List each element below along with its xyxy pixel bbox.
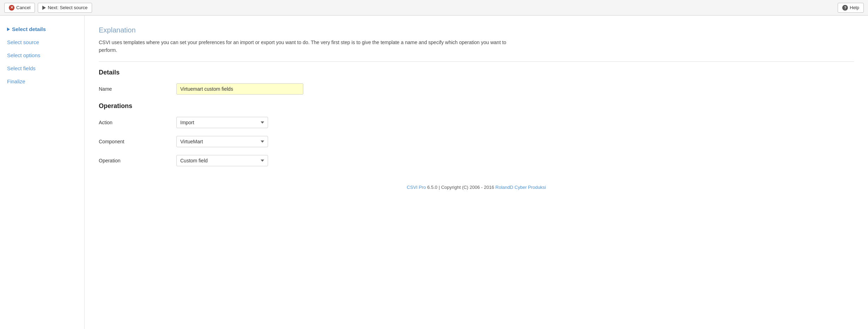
sidebar-item-finalize[interactable]: Finalize	[0, 75, 84, 88]
sidebar-item-select-source[interactable]: Select source	[0, 36, 84, 49]
next-label: Next: Select source	[48, 5, 87, 10]
action-label: Action	[99, 120, 176, 125]
component-select[interactable]: VirtueMart	[176, 136, 268, 147]
sidebar-item-label: Select source	[7, 39, 39, 45]
author-link[interactable]: RolandD Cyber Produksi	[496, 185, 546, 190]
name-label: Name	[99, 86, 176, 92]
explanation-title: Explanation	[99, 26, 854, 34]
operation-row: Operation Custom field	[99, 155, 854, 166]
divider	[99, 61, 854, 62]
footer-text: CSVI Pro 6.5.0 | Copyright (C) 2006 - 20…	[407, 185, 546, 190]
toolbar-right: ? Help	[838, 3, 864, 13]
action-row: Action Import Export	[99, 117, 854, 128]
details-title: Details	[99, 69, 854, 76]
next-button[interactable]: Next: Select source	[38, 3, 92, 13]
sidebar-item-label: Select options	[7, 52, 40, 58]
operation-label: Operation	[99, 158, 176, 163]
sidebar-item-select-options[interactable]: Select options	[0, 49, 84, 62]
play-icon	[42, 6, 46, 10]
component-row: Component VirtueMart	[99, 136, 854, 147]
explanation-text: CSVI uses templates where you can set yo…	[99, 38, 522, 54]
footer-version: 6.5.0 | Copyright (C) 2006 - 2016	[427, 185, 494, 190]
name-row: Name	[99, 83, 854, 95]
footer: CSVI Pro 6.5.0 | Copyright (C) 2006 - 20…	[99, 174, 854, 197]
name-input[interactable]	[176, 83, 303, 95]
brand-link[interactable]: CSVI Pro	[407, 185, 426, 190]
help-button[interactable]: ? Help	[838, 3, 864, 13]
help-label: Help	[850, 5, 859, 10]
cancel-icon: ✕	[9, 5, 14, 11]
operation-select[interactable]: Custom field	[176, 155, 268, 166]
toolbar: ✕ Cancel Next: Select source ? Help	[0, 0, 868, 16]
help-icon: ?	[842, 5, 848, 11]
operations-title: Operations	[99, 102, 854, 110]
sidebar-item-label: Select fields	[7, 65, 36, 71]
chevron-right-icon	[7, 28, 10, 31]
sidebar: Select details Select source Select opti…	[0, 16, 85, 329]
sidebar-item-label: Select details	[12, 26, 46, 32]
toolbar-left: ✕ Cancel Next: Select source	[4, 3, 92, 13]
cancel-label: Cancel	[16, 5, 30, 10]
sidebar-item-label: Finalize	[7, 78, 25, 84]
action-select[interactable]: Import Export	[176, 117, 268, 128]
component-label: Component	[99, 139, 176, 144]
cancel-button[interactable]: ✕ Cancel	[4, 3, 35, 13]
sidebar-item-select-fields[interactable]: Select fields	[0, 62, 84, 75]
main-container: Select details Select source Select opti…	[0, 16, 868, 329]
sidebar-item-select-details[interactable]: Select details	[0, 23, 84, 36]
content-area: Explanation CSVI uses templates where yo…	[85, 16, 868, 329]
